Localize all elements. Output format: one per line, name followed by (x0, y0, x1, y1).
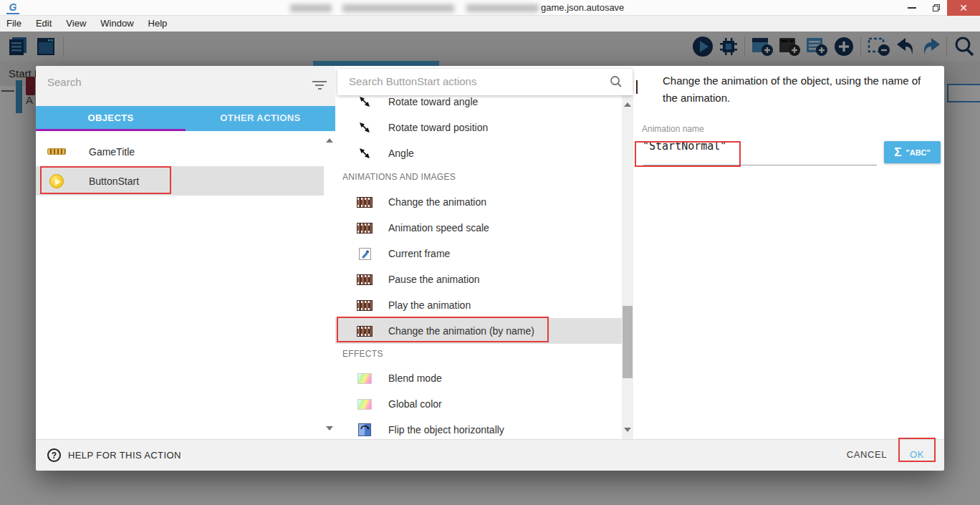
diagonal-arrow-icon (356, 147, 373, 160)
redacted-title-segment (342, 4, 454, 12)
action-search-bar (337, 69, 633, 95)
film-strip-icon (356, 197, 373, 208)
diagonal-arrow-icon (356, 121, 373, 134)
action-row[interactable]: Blend mode (335, 365, 622, 391)
search-icon[interactable] (610, 75, 623, 88)
scroll-down-icon[interactable] (624, 428, 631, 432)
scrollbar-thumb[interactable] (623, 306, 633, 378)
object-name: GameTitle (89, 146, 135, 158)
menu-help[interactable]: Help (141, 16, 175, 32)
help-button[interactable]: ? HELP FOR THIS ACTION (47, 448, 181, 462)
window-title: game.json.autosave (541, 2, 624, 13)
actions-list-panel: Rotate toward angle Rotate toward positi… (335, 66, 635, 439)
film-strip-icon (636, 81, 638, 94)
action-row[interactable]: Change the animation (335, 189, 622, 215)
restore-icon (933, 4, 940, 11)
object-search-input[interactable] (47, 76, 262, 88)
action-row[interactable]: Play the animation (335, 292, 622, 318)
section-header-animations: ANIMATIONS AND IMAGES (342, 172, 456, 182)
action-search-input[interactable] (349, 75, 585, 87)
active-tab-indicator (36, 129, 186, 131)
object-row-gametitle[interactable]: GameTitle (36, 137, 324, 166)
object-list-scrollbar[interactable] (324, 131, 335, 439)
filter-icon[interactable] (312, 81, 327, 91)
object-name: ButtonStart (89, 175, 139, 187)
film-strip-icon (356, 326, 373, 337)
frame-edit-icon (356, 248, 373, 260)
menu-edit[interactable]: Edit (29, 16, 59, 32)
close-button[interactable]: ✕ (947, 0, 980, 16)
chooser-tabs: OBJECTS OTHER ACTIONS (36, 106, 335, 131)
diagonal-arrow-icon (356, 95, 373, 108)
action-row[interactable]: Pause the animation (335, 266, 622, 292)
action-row[interactable]: Animation speed scale (335, 215, 622, 241)
menu-bar: File Edit View Window Help (0, 16, 980, 32)
object-selector-panel: OBJECTS OTHER ACTIONS GameTitle ButtonSt… (36, 66, 335, 439)
color-gradient-icon (356, 399, 373, 410)
gdevelop-logo-icon: G (6, 1, 19, 14)
action-row[interactable]: Rotate toward position (335, 115, 622, 140)
ok-button[interactable]: OK (910, 449, 924, 460)
film-strip-icon (356, 274, 373, 285)
game-title-thumbnail (47, 148, 66, 155)
action-row[interactable]: Flip the object horizontally (335, 417, 622, 439)
tab-objects[interactable]: OBJECTS (36, 106, 186, 131)
instruction-editor-dialog: OBJECTS OTHER ACTIONS GameTitle ButtonSt… (36, 66, 944, 471)
color-gradient-icon (356, 373, 373, 384)
menu-window[interactable]: Window (93, 16, 140, 32)
animation-name-input[interactable] (643, 140, 872, 153)
input-underline (643, 165, 877, 165)
sigma-icon: Σ (894, 145, 901, 160)
tab-other-actions[interactable]: OTHER ACTIONS (186, 106, 335, 131)
title-bar: G game.json.autosave ✕ (0, 0, 980, 16)
action-row-selected[interactable]: Change the animation (by name) (335, 318, 622, 344)
action-row[interactable]: Angle (335, 140, 622, 166)
film-strip-icon (356, 223, 373, 234)
scroll-down-icon[interactable] (326, 426, 333, 431)
field-label: Animation name (642, 124, 704, 134)
menu-file[interactable]: File (0, 16, 29, 32)
object-search-bar (36, 66, 335, 106)
dialog-footer: ? HELP FOR THIS ACTION CANCEL OK (36, 439, 944, 471)
film-strip-icon (356, 300, 373, 311)
action-description: Change the animation of the object, usin… (663, 72, 936, 107)
expression-editor-button[interactable]: Σ "ABC" (884, 141, 941, 163)
question-mark-icon: ? (47, 448, 61, 462)
redacted-title-segment (290, 4, 332, 12)
menu-view[interactable]: View (59, 16, 93, 32)
scroll-up-icon[interactable] (326, 138, 333, 143)
abc-label: "ABC" (905, 148, 930, 157)
flip-horizontal-icon (356, 423, 373, 436)
actions-list-scrollbar[interactable] (622, 95, 633, 439)
play-button-thumbnail (47, 174, 66, 188)
minimize-button[interactable] (901, 0, 923, 16)
maximize-button[interactable] (926, 0, 947, 16)
scroll-up-icon[interactable] (624, 102, 631, 107)
action-row[interactable]: Global color (335, 391, 622, 417)
cancel-button[interactable]: CANCEL (847, 449, 887, 460)
action-row[interactable]: Current frame (335, 241, 622, 266)
redacted-title-segment (466, 4, 539, 12)
action-parameters-panel: Change the animation of the object, usin… (635, 66, 944, 439)
section-header-effects: EFFECTS (342, 349, 383, 359)
object-row-buttonstart[interactable]: ButtonStart (36, 166, 324, 196)
